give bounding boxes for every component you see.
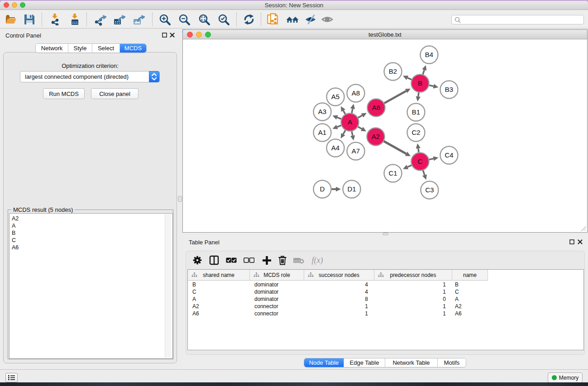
edge-C-C2[interactable] <box>418 148 419 152</box>
first-neighbors-icon[interactable] <box>286 13 299 26</box>
network-graph-canvas[interactable]: AA6A2BCA5A8A3A1A4A7B4B2B3B1C2C4C1C3DD1 <box>183 39 587 232</box>
edge-A2-C[interactable] <box>384 141 406 154</box>
tab-network[interactable]: Network <box>36 44 68 52</box>
edge-A-A5[interactable] <box>343 110 345 114</box>
show-column-icon[interactable] <box>209 255 220 266</box>
export-table-icon[interactable] <box>113 13 125 26</box>
tab-style[interactable]: Style <box>68 44 92 52</box>
edge-C-C1[interactable] <box>407 165 411 167</box>
cell[interactable]: connector <box>250 303 304 310</box>
close-table-panel-icon[interactable] <box>578 239 583 244</box>
cell[interactable]: C <box>452 288 488 295</box>
tab-mcds[interactable]: MCDS <box>120 44 146 52</box>
edge-B-B3[interactable] <box>429 85 434 86</box>
edge-A-A1[interactable] <box>337 125 341 127</box>
run-mcds-button[interactable]: Run MCDS <box>43 88 85 99</box>
create-column-icon[interactable] <box>261 255 272 266</box>
table-row[interactable]: A6connector11A6 <box>188 310 583 317</box>
edge-A-A2[interactable] <box>358 127 362 129</box>
edge-A-A8[interactable] <box>352 109 353 113</box>
edge-B-B4[interactable] <box>423 70 424 74</box>
cell[interactable]: connector <box>250 310 304 317</box>
apply-layout-icon[interactable] <box>243 13 255 26</box>
import-network-icon[interactable] <box>48 13 61 26</box>
mcds-result-list[interactable]: A2ABCA6 <box>9 213 173 359</box>
hide-selected-icon[interactable] <box>305 13 317 26</box>
cell[interactable]: 1 <box>304 303 374 310</box>
float-table-panel-icon[interactable] <box>569 239 574 244</box>
cell[interactable]: A <box>452 295 488 303</box>
mcds-result-item[interactable]: A6 <box>10 244 172 251</box>
cell[interactable]: 1 <box>374 281 452 288</box>
new-network-from-selection-icon[interactable] <box>267 13 279 26</box>
cell[interactable]: 1 <box>374 288 452 295</box>
delete-columns-icon[interactable] <box>277 255 288 266</box>
zoom-fit-icon[interactable] <box>198 13 210 26</box>
function-builder-icon[interactable]: f(x) <box>310 255 325 266</box>
edge-B-B1[interactable] <box>418 92 419 96</box>
mcds-result-item[interactable]: B <box>10 229 172 237</box>
left-split-divider[interactable] <box>177 29 182 369</box>
save-session-icon[interactable] <box>23 13 36 26</box>
cell[interactable]: 1 <box>374 310 452 317</box>
left-split-knob[interactable] <box>178 196 182 202</box>
zoom-out-icon[interactable] <box>178 13 191 26</box>
tab-select[interactable]: Select <box>92 44 120 52</box>
zoom-selected-icon[interactable] <box>217 13 230 26</box>
column-header-shared-name[interactable]: shared name <box>188 270 250 281</box>
table-options-icon[interactable] <box>192 255 203 266</box>
cell[interactable]: B <box>452 281 488 288</box>
memory-button[interactable]: Memory <box>548 372 583 382</box>
close-panel-icon[interactable] <box>170 33 175 38</box>
tab-node-table[interactable]: Node Table <box>304 358 344 367</box>
criterion-dropdown[interactable]: largest connected component (directed) <box>20 71 160 82</box>
cell[interactable]: 8 <box>304 295 374 303</box>
network-window-titlebar[interactable]: testGlobe.txt <box>183 30 587 39</box>
table-row[interactable]: Adominator80A <box>188 295 583 303</box>
export-network-icon[interactable] <box>94 13 106 26</box>
search-field[interactable] <box>451 15 584 24</box>
edge-A-A6[interactable] <box>358 115 363 118</box>
column-header-successor-nodes[interactable]: successor nodes <box>304 270 374 281</box>
column-header-name[interactable]: name <box>452 270 488 281</box>
edge-C-C4[interactable] <box>429 159 434 160</box>
cell[interactable]: dominator <box>250 295 304 303</box>
node-table[interactable]: shared nameMCDS rolesuccessor nodesprede… <box>187 269 584 350</box>
bottom-split-knob[interactable] <box>382 233 388 235</box>
cell[interactable]: dominator <box>250 281 304 288</box>
edge-A-A3[interactable] <box>337 117 341 119</box>
edge-A6-B[interactable] <box>384 91 406 103</box>
edge-A-A4[interactable] <box>343 130 345 134</box>
cell[interactable]: 0 <box>374 295 452 303</box>
table-row[interactable]: A2connector11A2 <box>188 303 583 310</box>
mcds-result-item[interactable]: A <box>10 222 172 229</box>
cell[interactable]: A6 <box>188 310 250 317</box>
mcds-result-scrollbar[interactable] <box>165 214 171 358</box>
cell[interactable]: A <box>188 295 250 303</box>
edge-B-B2[interactable] <box>407 78 411 80</box>
import-table-icon[interactable] <box>68 13 81 26</box>
mcds-result-item[interactable]: A2 <box>10 215 172 222</box>
cell[interactable]: A2 <box>452 303 488 310</box>
cell[interactable]: A6 <box>452 310 488 317</box>
cell[interactable]: 4 <box>304 281 374 288</box>
export-image-icon[interactable] <box>132 13 145 26</box>
tab-edge-table[interactable]: Edge Table <box>344 358 385 367</box>
edge-A-A7[interactable] <box>352 131 353 136</box>
delete-table-icon[interactable] <box>293 255 304 266</box>
tab-network-table[interactable]: Network Table <box>385 358 438 367</box>
table-row[interactable]: Bdominator41B <box>188 281 583 288</box>
tab-motifs[interactable]: Motifs <box>438 358 466 367</box>
cell[interactable]: 1 <box>304 310 374 317</box>
mcds-result-item[interactable]: C <box>10 237 172 244</box>
open-session-icon[interactable] <box>5 13 17 26</box>
zoom-in-icon[interactable] <box>158 13 171 26</box>
column-header-predecessor-nodes[interactable]: predecessor nodes <box>374 270 452 281</box>
table-row[interactable]: Cdominator41C <box>188 288 583 295</box>
cell[interactable]: 1 <box>374 303 452 310</box>
close-panel-button[interactable]: Close panel <box>91 88 139 99</box>
unselect-all-columns-icon[interactable] <box>244 255 254 266</box>
task-history-button[interactable] <box>5 373 18 382</box>
cell[interactable]: B <box>188 281 250 288</box>
float-panel-icon[interactable] <box>162 33 167 38</box>
